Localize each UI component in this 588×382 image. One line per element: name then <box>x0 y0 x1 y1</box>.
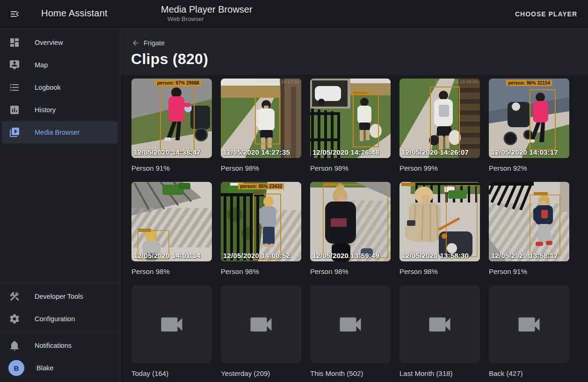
clips-grid: person: 97% 29988 12/05/2020 14:38:47 Pe… <box>120 75 588 378</box>
clip-thumbnail: 12/05/2020 14:01:14 <box>131 182 212 261</box>
clip-thumbnail: 12/05/2020 14:26:48 <box>310 79 391 158</box>
video-camera-icon <box>158 310 186 339</box>
clip-caption: Person 98% <box>399 267 480 276</box>
sidebar-item-label: Developer Tools <box>35 293 83 300</box>
clips-scroll-area[interactable]: person: 97% 29988 12/05/2020 14:38:47 Pe… <box>120 75 588 382</box>
sidebar-item-map[interactable]: Map <box>2 54 118 76</box>
arrow-left-icon <box>131 39 140 47</box>
clip-caption: Person 98% <box>221 164 301 173</box>
video-camera-icon <box>426 310 454 339</box>
sidebar-item-media-browser[interactable]: Media Browser <box>2 121 118 144</box>
hammer-icon <box>9 291 20 302</box>
folder-tile-this-month[interactable]: This Month (502) <box>310 285 391 378</box>
folder-tile-yesterday[interactable]: Yesterday (209) <box>221 285 301 378</box>
sidebar-item-label: Media Browser <box>35 129 80 136</box>
clip-thumbnail: 12/05/2020 13:58:30 <box>399 182 480 261</box>
bell-icon <box>9 340 20 351</box>
clip-thumbnail-image <box>221 182 301 261</box>
sidebar-divider <box>0 283 120 283</box>
sidebar-item-overview[interactable]: Overview <box>2 31 118 54</box>
clip-tile[interactable]: 12/05/2020 13:59:49 Person 98% <box>310 182 391 276</box>
detection-label: person: 96% 32154 <box>506 80 552 86</box>
video-camera-icon <box>515 310 543 339</box>
breadcrumb-label: Frigate <box>144 39 165 47</box>
folder-thumbnail <box>489 285 569 363</box>
avatar: B <box>8 360 24 376</box>
clip-timestamp: 12/05/2020 14:38:47 <box>134 148 201 156</box>
clip-caption: Person 98% <box>221 267 301 276</box>
sidebar-item-label: History <box>35 106 56 114</box>
top-app-bar: Home Assistant Media Player Browser Web … <box>0 0 588 28</box>
clip-thumbnail: person: 95% 23432 12/05/2020 14:00:52 <box>221 182 301 261</box>
clip-tile[interactable]: 12/05/2020 14:26:48 Person 98% <box>310 79 391 173</box>
camera-osd-timestamp: 2020-12-05 15:26:06 <box>435 79 478 84</box>
gear-icon <box>9 313 20 324</box>
breadcrumb-back-frigate[interactable]: Frigate <box>131 39 165 47</box>
clip-tile[interactable]: 2020-12-05 15:27:35 12/05/2020 14:27:35 … <box>221 79 301 173</box>
choose-player-button[interactable]: CHOOSE PLAYER <box>511 7 581 22</box>
sidebar-footer: Developer Tools Configuration Notificati… <box>0 281 120 382</box>
sidebar-item-developer-tools[interactable]: Developer Tools <box>2 285 118 308</box>
sidebar-toggle-button[interactable] <box>8 7 22 21</box>
clip-thumbnail: 2020-12-05 15:26:06 12/05/2020 14:26:07 <box>399 79 480 158</box>
user-name: Blake <box>36 364 53 372</box>
clip-thumbnail: person: 96% 32154 12/05/2020 14:03:17 <box>489 79 569 158</box>
folder-label: This Month (502) <box>310 369 391 378</box>
clip-tile[interactable]: 12/05/2020 13:58:17 Person 91% <box>489 182 569 276</box>
sidebar-nav: Overview Map Logbook History Media Brows… <box>0 28 120 144</box>
folder-tile-last-month[interactable]: Last Month (318) <box>399 285 480 378</box>
folder-thumbnail <box>131 285 212 363</box>
folder-label: Yesterday (209) <box>221 369 301 378</box>
clip-caption: Person 98% <box>310 164 391 173</box>
chart-box-icon <box>9 104 20 115</box>
clip-thumbnail: 12/05/2020 13:59:49 <box>310 182 391 261</box>
clip-thumbnail-image <box>489 182 569 261</box>
sidebar-item-label: Logbook <box>35 84 61 91</box>
sidebar-item-notifications[interactable]: Notifications <box>2 334 118 357</box>
account-map-icon <box>9 59 20 71</box>
camera-osd-timestamp: 2020-12-05 15:27:35 <box>256 79 299 84</box>
clip-caption: Person 91% <box>489 267 569 276</box>
sidebar-item-label: Overview <box>35 39 63 46</box>
clip-caption: Person 98% <box>310 267 391 276</box>
clip-tile[interactable]: person: 96% 32154 12/05/2020 14:03:17 Pe… <box>489 79 569 173</box>
folder-tile-today[interactable]: Today (164) <box>131 285 212 378</box>
play-box-multiple-icon <box>9 127 20 138</box>
clip-caption: Person 91% <box>131 164 212 173</box>
page-header-subtitle: Web Browser <box>167 15 204 22</box>
sidebar-item-label: Map <box>35 61 48 69</box>
sidebar: Overview Map Logbook History Media Brows… <box>0 28 120 382</box>
clip-caption: Person 92% <box>489 164 569 173</box>
clip-timestamp: 12/05/2020 14:03:17 <box>491 148 558 156</box>
clip-thumbnail-image <box>221 79 301 158</box>
app-window: Home Assistant Media Player Browser Web … <box>0 0 588 382</box>
video-camera-icon <box>247 310 275 339</box>
clip-timestamp: 12/05/2020 14:00:52 <box>223 252 290 259</box>
sidebar-item-history[interactable]: History <box>2 99 118 121</box>
clip-timestamp: 12/05/2020 13:58:17 <box>491 252 558 259</box>
clip-caption: Person 98% <box>131 267 212 276</box>
folder-tile-back[interactable]: Back (427) <box>489 285 569 378</box>
clip-tile[interactable]: person: 97% 29988 12/05/2020 14:38:47 Pe… <box>131 79 212 173</box>
sidebar-item-user-profile[interactable]: B Blake <box>2 357 118 379</box>
clip-timestamp: 12/05/2020 14:01:14 <box>134 252 201 259</box>
clip-thumbnail-image <box>399 182 480 261</box>
detection-label: person: 97% 29988 <box>155 80 201 86</box>
clip-timestamp: 12/05/2020 13:58:30 <box>402 252 469 259</box>
clip-thumbnail-image <box>399 79 480 158</box>
clip-timestamp: 12/05/2020 13:59:49 <box>312 252 379 259</box>
clip-tile[interactable]: 12/05/2020 14:01:14 Person 98% <box>131 182 212 276</box>
sidebar-item-label: Configuration <box>35 315 75 323</box>
page-header-title: Media Player Browser <box>161 4 253 15</box>
clip-thumbnail-image <box>131 182 212 261</box>
clip-timestamp: 12/05/2020 14:26:48 <box>312 148 379 156</box>
sidebar-item-configuration[interactable]: Configuration <box>2 308 118 330</box>
sidebar-item-label: Notifications <box>35 342 72 349</box>
sidebar-item-logbook[interactable]: Logbook <box>2 76 118 99</box>
clip-tile[interactable]: person: 95% 23432 12/05/2020 14:00:52 Pe… <box>221 182 301 276</box>
clip-thumbnail: person: 97% 29988 12/05/2020 14:38:47 <box>131 79 212 158</box>
clip-thumbnail: 12/05/2020 13:58:17 <box>489 182 569 261</box>
clip-tile[interactable]: 2020-12-05 15:26:06 12/05/2020 14:26:07 … <box>399 79 480 173</box>
clip-tile[interactable]: 12/05/2020 13:58:30 Person 98% <box>399 182 480 276</box>
video-camera-icon <box>336 310 364 339</box>
